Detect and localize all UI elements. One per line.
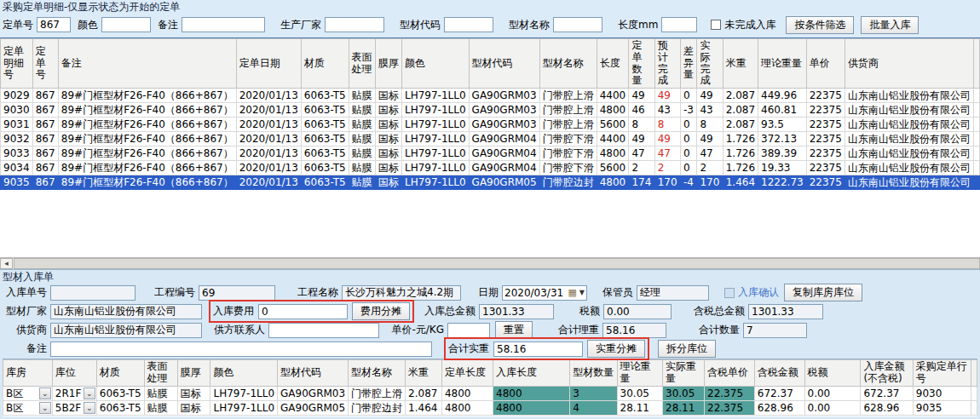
column-header[interactable]: 表面处理: [349, 39, 375, 89]
inbound-total-input[interactable]: [479, 304, 554, 319]
table-row[interactable]: 903586789#门框型材F26-F40（866+867）2020/01/13…: [1, 175, 980, 190]
table-row[interactable]: 903386789#门框型材F26-F40（866+867）2020/01/13…: [1, 146, 980, 161]
total-qty-input[interactable]: [743, 323, 807, 338]
copy-warehouse-location-button[interactable]: 复制库房库位: [784, 284, 862, 301]
table-row[interactable]: 903186789#门框型材F26-F40（866+867）2020/01/13…: [1, 118, 980, 132]
column-header[interactable]: 库房: [3, 360, 53, 387]
unfinished-inbound-checkbox[interactable]: [711, 20, 721, 30]
column-header[interactable]: 表面处理: [144, 360, 177, 387]
chevron-down-icon[interactable]: ⌄: [84, 387, 95, 399]
supplier-input[interactable]: [50, 323, 202, 338]
column-header[interactable]: 理论重量: [617, 360, 662, 387]
table-row[interactable]: 902986789#门框型材F26-F40（866+867）2020/01/13…: [1, 89, 980, 103]
combo-cell[interactable]: 2R1F⌄: [52, 386, 96, 400]
table-row[interactable]: B区⌄2R1F⌄6063-T5贴膜国标LH797-1LL0GA90GRM03门带…: [3, 386, 977, 400]
table-row[interactable]: 903086789#门框型材F26-F40（866+867）2020/01/13…: [1, 103, 980, 118]
actual-weight-share-button[interactable]: 实重分摊: [587, 340, 645, 358]
total-actual-weight-input[interactable]: [493, 342, 583, 357]
column-header[interactable]: 含税单价: [705, 360, 755, 387]
column-header[interactable]: 入库长度: [493, 360, 570, 387]
column-header[interactable]: 实际重量: [663, 360, 705, 387]
column-header[interactable]: 入库金额(不含税): [861, 360, 913, 387]
column-header[interactable]: 备注: [58, 39, 236, 89]
unit-price-input[interactable]: [447, 323, 490, 338]
scrollbar-thumb[interactable]: [14, 258, 980, 269]
fee-share-button[interactable]: 费用分摊: [352, 302, 410, 320]
filter-by-condition-button[interactable]: 按条件筛选: [786, 16, 854, 34]
filter-profile-name-input[interactable]: [553, 17, 602, 32]
tax-input[interactable]: [603, 304, 672, 319]
column-header[interactable]: 供货商: [845, 39, 973, 89]
profile-factory-input[interactable]: [50, 304, 202, 319]
column-header[interactable]: 定单号: [32, 39, 58, 89]
column-header[interactable]: 税额: [804, 360, 861, 387]
column-header[interactable]: 定单数量: [629, 39, 654, 89]
filter-remark-input[interactable]: [182, 17, 265, 32]
column-header[interactable]: 定单明细号: [1, 39, 33, 89]
filter-color-input[interactable]: [101, 17, 151, 32]
column-header[interactable]: 材质: [96, 360, 144, 387]
cell: 49: [654, 89, 680, 103]
column-header[interactable]: 含税金额: [754, 360, 804, 387]
project-name-input[interactable]: [342, 285, 461, 301]
column-header[interactable]: 米重: [406, 360, 442, 387]
table-row[interactable]: B区⌄5B2F⌄6063-T5贴膜国标LH797-1LL0GA90GRM05门带…: [3, 400, 977, 415]
column-header[interactable]: 长度: [597, 39, 629, 89]
chevron-down-icon[interactable]: ⌄: [39, 387, 51, 399]
cell: 国标: [177, 400, 210, 415]
cell: 22375: [806, 118, 845, 132]
chevron-down-icon[interactable]: ⌄: [39, 402, 51, 414]
date-picker[interactable]: 2020/03/31 ▦ ▼: [502, 285, 587, 301]
column-header[interactable]: 库位: [52, 360, 96, 387]
table-row[interactable]: 903486789#门框型材F26-F40（866+867）2020/01/13…: [1, 161, 980, 175]
column-header[interactable]: 型材代码: [278, 360, 349, 387]
batch-inbound-button[interactable]: 批量入库: [861, 16, 919, 34]
column-header[interactable]: 预计完成: [654, 39, 680, 89]
filter-profile-code-input[interactable]: [444, 17, 493, 32]
column-header[interactable]: 米重: [723, 39, 758, 89]
column-header[interactable]: 单价: [806, 39, 845, 89]
inbound-confirm-checkbox[interactable]: [724, 288, 735, 298]
total-theoretical-weight-input[interactable]: [602, 323, 666, 338]
chevron-down-icon[interactable]: ⌄: [84, 402, 95, 414]
filter-manufacturer-input[interactable]: [325, 17, 384, 32]
column-header[interactable]: 材质: [301, 39, 349, 89]
column-header[interactable]: 膜厚: [177, 360, 210, 387]
column-header[interactable]: 定单长度: [441, 360, 493, 387]
horizontal-scrollbar[interactable]: ◂: [0, 257, 980, 269]
keeper-input[interactable]: [637, 285, 709, 301]
filter-length-input[interactable]: [661, 17, 697, 32]
scroll-left-icon[interactable]: ◂: [0, 258, 13, 269]
column-header[interactable]: 颜色: [210, 360, 278, 387]
combo-cell[interactable]: B区⌄: [3, 400, 53, 415]
column-header[interactable]: 颜色: [402, 39, 470, 89]
cell: 2020/01/13: [236, 175, 301, 190]
column-header[interactable]: 差异量: [681, 39, 697, 89]
supplier-contact-input[interactable]: [268, 323, 379, 338]
reset-button[interactable]: 重置: [495, 321, 533, 339]
cell: 贴膜: [349, 146, 375, 161]
cell: 国标: [375, 118, 401, 132]
column-header[interactable]: 理论重量: [758, 39, 807, 89]
split-location-button[interactable]: 拆分库位: [658, 340, 716, 358]
cell: 6063-T5: [301, 89, 349, 103]
column-header[interactable]: 型材名称: [539, 39, 597, 89]
column-header[interactable]: 膜厚: [375, 39, 401, 89]
column-header[interactable]: 实际完成: [697, 39, 723, 89]
remark-input[interactable]: [50, 342, 432, 357]
column-header[interactable]: 型材名称: [349, 360, 406, 387]
inbound-fee-input[interactable]: [258, 304, 348, 319]
column-header[interactable]: 型材数量: [570, 360, 617, 387]
inbound-no-input[interactable]: [50, 285, 135, 301]
column-header[interactable]: 采购定单行号: [913, 360, 971, 387]
cell: 1222.73: [758, 175, 807, 190]
combo-cell[interactable]: B区⌄: [3, 386, 53, 400]
column-header[interactable]: 型材代码: [469, 39, 539, 89]
tax-total-input[interactable]: [748, 304, 823, 319]
project-no-input[interactable]: [199, 285, 275, 301]
combo-cell[interactable]: 5B2F⌄: [52, 400, 96, 415]
cell: 国标: [375, 146, 401, 161]
column-header[interactable]: 定单日期: [236, 39, 301, 89]
table-row[interactable]: 903286789#门框型材F26-F40（866+867）2020/01/13…: [1, 132, 980, 146]
filter-order-no-input[interactable]: [37, 17, 71, 32]
